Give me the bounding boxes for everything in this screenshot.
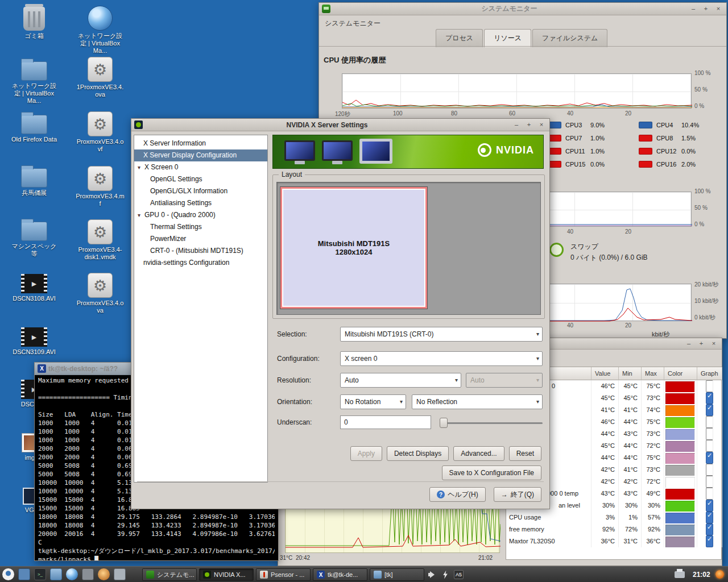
graph-checkbox[interactable] (706, 500, 713, 512)
maximize-button[interactable]: + (701, 5, 711, 14)
reset-button[interactable]: Reset (509, 446, 541, 461)
graph-checkbox[interactable] (706, 416, 713, 428)
color-swatch[interactable] (665, 453, 695, 464)
launcher-icon-6[interactable] (82, 568, 94, 580)
volume-icon[interactable] (428, 571, 437, 579)
graph-checkbox[interactable] (706, 535, 713, 547)
color-swatch[interactable] (665, 465, 695, 476)
clock[interactable]: 21:02 (693, 571, 710, 579)
power-plug-icon[interactable] (442, 571, 449, 579)
graph-checkbox[interactable] (706, 512, 713, 523)
rotation-dropdown[interactable]: No Rotation▾ (340, 394, 406, 409)
color-swatch[interactable] (665, 381, 695, 392)
color-swatch[interactable] (665, 393, 695, 404)
tree-item-x-server-information[interactable]: X Server Information (134, 138, 267, 149)
desktop-icon-proxmox-mf[interactable]: ⚙ ProxmoxVE3.4.mf (75, 166, 125, 207)
resolution-dropdown[interactable]: Auto▾ (340, 373, 461, 388)
graph-checkbox[interactable] (706, 464, 713, 476)
terminal-launcher-icon[interactable]: >_ (34, 568, 46, 580)
desktop-icon-proxmox-ova2[interactable]: ⚙ ProxmoxVE3.4.ova (75, 273, 125, 314)
help-button[interactable]: ?ヘルプ(H) (429, 487, 486, 502)
display-layout-box[interactable]: Mitsubishi MDT191S 728x582 (280, 187, 427, 309)
color-swatch[interactable] (665, 405, 695, 416)
advanced-button[interactable]: Advanced... (453, 446, 504, 461)
applications-menu-icon[interactable] (2, 568, 14, 580)
power-button-icon[interactable] (715, 570, 724, 579)
close-button[interactable]: × (536, 120, 547, 130)
tree-item-nvidia-settings-configuration[interactable]: nvidia-settings Configuration (134, 257, 267, 269)
tab-processes[interactable]: プロセス (436, 29, 483, 47)
maximize-button[interactable]: + (524, 120, 534, 130)
desktop-icon-dscn3108[interactable]: ▶ DSCN3108.AVI (9, 268, 59, 302)
color-swatch[interactable] (665, 441, 695, 452)
launcher-icon-2[interactable] (18, 568, 30, 580)
desktop-icon-network-folder[interactable]: ネットワーク設定 | VirtualBox Ma... (9, 55, 59, 105)
taskbar-button-nvidia[interactable]: NVIDIA X... (199, 568, 254, 581)
desktop-icon-proxmox-ovf[interactable]: ⚙ ProxmoxVE3.4.ovf (75, 111, 125, 153)
minimize-button[interactable]: – (688, 5, 698, 14)
desktop-icon-machine-spec[interactable]: マシンスペック等 (9, 215, 59, 257)
tree-item-gpu-0[interactable]: ▾GPU 0 - (Quadro 2000) (134, 209, 267, 221)
graph-checkbox[interactable] (706, 452, 713, 464)
detect-displays-button[interactable]: Detect Displays (387, 446, 449, 461)
tab-filesystems[interactable]: ファイルシステム (532, 29, 607, 47)
titlebar[interactable]: NVIDIA X Server Settings – + × (131, 119, 549, 131)
taskbar-button-system-monitor[interactable]: システムモ... (142, 568, 197, 581)
printer-icon[interactable] (675, 571, 685, 578)
close-button[interactable]: × (709, 339, 719, 348)
tree-item-opengl-glx-information[interactable]: OpenGL/GLX Information (134, 185, 267, 197)
launcher-icon-8[interactable] (114, 568, 126, 580)
graph-checkbox[interactable] (706, 392, 713, 404)
color-swatch[interactable] (665, 489, 695, 500)
graph-checkbox[interactable] (706, 428, 713, 440)
layout-canvas[interactable]: Mitsubishi MDT191S 728x582 (276, 182, 541, 315)
taskbar-button-terminal[interactable]: X tk@tk-de... (313, 568, 367, 581)
desktop-icon-old-firefox-data[interactable]: Old Firefox Data (9, 108, 59, 143)
tab-resources[interactable]: リソース (484, 29, 531, 47)
color-swatch[interactable] (665, 513, 695, 523)
tree-item-crt-0[interactable]: CRT-0 - (Mitsubishi MDT191S) (134, 245, 267, 257)
tree-item-x-server-display-configuration[interactable]: X Server Display Configuration (134, 149, 267, 161)
tree-item-powermizer[interactable]: PowerMizer (134, 233, 267, 245)
web-browser-icon[interactable] (66, 568, 78, 580)
minimize-button[interactable]: – (684, 339, 694, 348)
graph-checkbox[interactable] (706, 523, 713, 535)
maximize-button[interactable]: + (696, 339, 706, 348)
launcher-icon-7[interactable] (98, 568, 110, 580)
desktop-icon-network-settings[interactable]: ネットワーク設定 | VirtualBox Ma... (75, 6, 125, 55)
col-min[interactable]: Min (619, 367, 642, 380)
save-config-button[interactable]: Save to X Configuration File (442, 465, 541, 480)
desktop-icon-trash[interactable]: ゴミ箱 (9, 3, 59, 40)
color-swatch[interactable] (665, 477, 695, 488)
close-button[interactable]: × (713, 5, 723, 14)
tree-item-thermal-settings[interactable]: Thermal Settings (134, 221, 267, 233)
col-value[interactable]: Value (592, 367, 619, 380)
graph-checkbox[interactable] (706, 380, 713, 392)
col-graph[interactable]: Graph (697, 367, 722, 380)
quit-button[interactable]: →終了(Q) (494, 487, 541, 502)
file-manager-icon[interactable] (50, 568, 62, 580)
desktop-icon-dscn3109[interactable]: ▶ DSCN3109.AVI (9, 322, 59, 356)
underscan-slider[interactable] (440, 415, 543, 430)
reflection-dropdown[interactable]: No Reflection▾ (412, 394, 543, 409)
sensor-row[interactable]: Maxtor 7L320S0 36°C 31°C 36°C (506, 535, 721, 547)
input-method-badge[interactable]: A5 (454, 570, 464, 579)
col-max[interactable]: Max (642, 367, 664, 380)
tree-item-x-screen-0[interactable]: ▾X Screen 0 (134, 161, 267, 173)
sensor-row[interactable]: free memory 92% 72% 92% (506, 523, 721, 535)
taskbar-button-file-manager[interactable]: [tk] (370, 568, 424, 581)
expander-icon[interactable]: ▾ (138, 209, 144, 221)
graph-checkbox[interactable] (706, 476, 713, 488)
color-swatch[interactable] (665, 537, 695, 547)
taskbar-button-psensor[interactable]: Psensor - ... (256, 568, 311, 581)
color-swatch[interactable] (665, 429, 695, 440)
desktop-icon-heibayouten[interactable]: 兵馬俑展 (9, 161, 59, 197)
configuration-dropdown[interactable]: X screen 0▾ (340, 351, 543, 366)
desktop-icon-proxmox-vmdk[interactable]: ⚙ ProxmoxVE3.4-disk1.vmdk (75, 219, 125, 261)
selection-dropdown[interactable]: Mitsubishi MDT191S (CRT-0)▾ (340, 327, 543, 342)
color-swatch[interactable] (665, 501, 695, 512)
desktop-icon-proxmox-ova1[interactable]: ⚙ 1ProxmoxVE3.4.ova (75, 57, 125, 98)
col-color[interactable]: Color (664, 367, 697, 380)
graph-checkbox[interactable] (706, 488, 713, 500)
tree-item-antialiasing-settings[interactable]: Antialiasing Settings (134, 197, 267, 209)
